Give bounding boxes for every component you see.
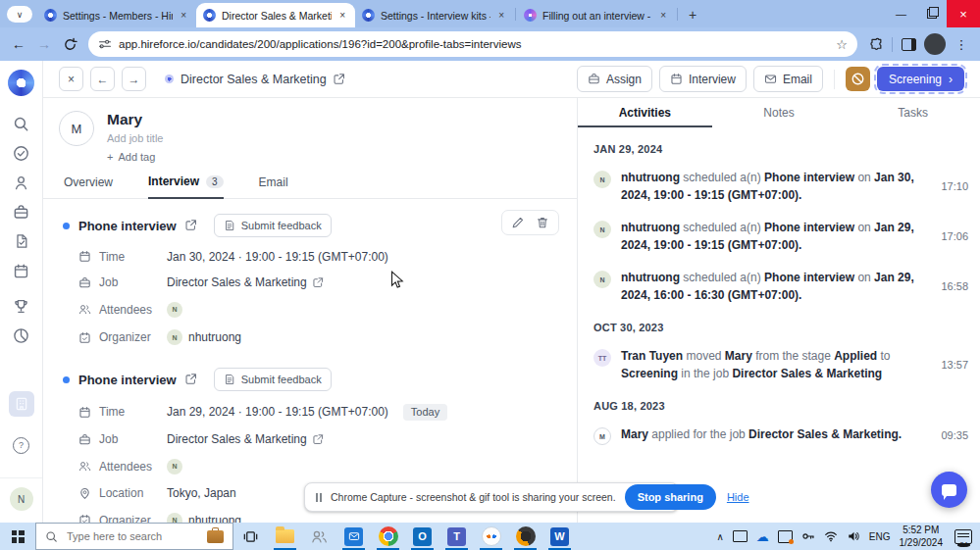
browser-menu-icon[interactable]: ⋮ — [949, 31, 974, 57]
word-icon[interactable]: W — [542, 523, 577, 550]
browser-tab-2-active[interactable]: Director Sales & Marketing - Hi × — [196, 3, 355, 27]
file-explorer-icon[interactable] — [268, 523, 302, 550]
snip-sketch-icon[interactable] — [474, 523, 508, 550]
display-icon[interactable] — [733, 530, 748, 542]
new-tab-button[interactable]: + — [689, 7, 696, 23]
chrome-capture-icon[interactable] — [508, 523, 542, 550]
browser-tab-strip: ∨ Settings - Members - HireForce × Direc… — [0, 0, 980, 27]
interview-count-badge: 3 — [206, 175, 224, 188]
text-segment: on — [854, 171, 874, 184]
screenshot-tool-icon[interactable] — [778, 530, 793, 543]
vpn-key-icon[interactable] — [801, 529, 815, 543]
trophy-icon[interactable] — [7, 291, 36, 321]
address-bar[interactable]: app.hireforce.io/candidates/200/applicat… — [88, 31, 857, 57]
tab-interview[interactable]: Interview 3 — [148, 175, 224, 199]
next-candidate-button[interactable]: → — [122, 67, 146, 91]
bookmark-star-icon[interactable]: ☆ — [836, 37, 848, 52]
outlook-icon[interactable]: O — [405, 523, 439, 550]
browser-tab-3[interactable]: Settings - Interview kits - HireF × — [355, 3, 514, 27]
tab-close-icon[interactable]: × — [178, 9, 189, 22]
taskbar-clock[interactable]: 5:52 PM 1/29/2024 — [900, 524, 944, 549]
language-indicator[interactable]: ENG — [869, 531, 891, 542]
people-icon[interactable] — [302, 523, 336, 550]
search-icon[interactable] — [7, 109, 36, 138]
chat-widget-button[interactable] — [931, 472, 967, 508]
add-job-title[interactable]: Add job title — [107, 132, 163, 144]
browser-tab-4[interactable]: Filling out an interview - Help C × — [517, 3, 676, 27]
submit-feedback-button[interactable]: Submit feedback — [214, 368, 332, 391]
job-link[interactable]: Director Sales & Marketing — [167, 432, 307, 446]
volume-icon[interactable] — [847, 529, 860, 543]
submit-feedback-button[interactable]: Submit feedback — [214, 214, 332, 237]
documents-icon[interactable] — [7, 226, 36, 256]
breadcrumb: Director Sales & Marketing — [165, 73, 345, 86]
edit-icon[interactable] — [511, 216, 525, 229]
start-button[interactable] — [0, 523, 35, 550]
notification-center-icon[interactable]: 24 — [954, 529, 972, 544]
external-link-icon[interactable] — [313, 434, 324, 445]
wifi-icon[interactable] — [824, 529, 838, 543]
delete-icon[interactable] — [536, 216, 549, 229]
external-link-icon[interactable] — [334, 74, 345, 85]
add-tag-button[interactable]: + Add tag — [107, 151, 163, 163]
task-view-button[interactable] — [233, 523, 268, 550]
browser-tab-1[interactable]: Settings - Members - HireForce × — [37, 3, 196, 27]
browser-forward-button[interactable]: → — [31, 31, 57, 57]
submit-feedback-label: Submit feedback — [241, 374, 322, 385]
prev-candidate-button[interactable]: ← — [90, 67, 115, 91]
tasks-check-icon[interactable] — [7, 138, 36, 168]
tab-email[interactable]: Email — [259, 175, 288, 198]
external-link-icon[interactable] — [185, 374, 197, 385]
hireforce-logo[interactable] — [8, 70, 34, 96]
email-button[interactable]: Email — [753, 66, 823, 92]
site-info-icon[interactable] — [98, 37, 112, 51]
interview-button[interactable]: Interview — [659, 66, 747, 92]
window-minimize-button[interactable]: — — [886, 0, 916, 27]
window-close-button[interactable]: × — [947, 0, 980, 27]
tab-activities[interactable]: Activities — [578, 98, 712, 127]
browser-reload-button[interactable] — [57, 31, 82, 57]
side-panel-icon[interactable] — [896, 31, 921, 57]
tab-notes[interactable]: Notes — [712, 98, 847, 127]
organizer-name: nhutruong — [188, 330, 241, 344]
help-icon[interactable]: ? — [7, 430, 36, 460]
assign-button[interactable]: Assign — [577, 66, 652, 92]
company-building-icon[interactable] — [9, 391, 34, 417]
search-input[interactable] — [65, 529, 200, 543]
taskbar-search[interactable] — [35, 523, 233, 550]
windows-logo-icon — [12, 530, 25, 543]
job-title[interactable]: Director Sales & Marketing — [181, 73, 327, 86]
browser-profile-avatar[interactable] — [924, 33, 946, 55]
tab-close-icon[interactable]: × — [495, 9, 507, 22]
jobs-briefcase-icon[interactable] — [7, 197, 36, 226]
hide-link[interactable]: Hide — [727, 491, 749, 503]
tab-search-button[interactable]: ∨ — [7, 6, 32, 23]
browser-back-button[interactable]: ← — [6, 31, 31, 57]
chrome-icon[interactable] — [371, 523, 405, 550]
reports-pie-icon[interactable] — [7, 321, 36, 350]
stage-label: Screening — [889, 73, 942, 86]
window-restore-button[interactable] — [916, 0, 947, 27]
close-panel-button[interactable]: × — [59, 67, 83, 91]
calendar-icon[interactable] — [7, 256, 36, 285]
job-link[interactable]: Director Sales & Marketing — [167, 275, 307, 289]
teams-icon[interactable]: T — [439, 523, 474, 550]
external-link-icon[interactable] — [185, 220, 197, 231]
interview-title: Phone interview — [78, 373, 177, 387]
tab-close-icon[interactable]: × — [336, 9, 348, 22]
user-avatar[interactable]: N — [10, 487, 33, 511]
url-text[interactable]: app.hireforce.io/candidates/200/applicat… — [119, 38, 829, 50]
onedrive-icon[interactable]: ☁ — [756, 530, 769, 543]
plus-icon: + — [107, 151, 113, 163]
candidates-icon[interactable] — [7, 168, 36, 197]
tab-overview[interactable]: Overview — [64, 175, 113, 198]
tab-close-icon[interactable]: × — [657, 9, 669, 22]
stop-sharing-button[interactable]: Stop sharing — [625, 484, 716, 510]
tab-tasks[interactable]: Tasks — [846, 98, 980, 127]
tray-expand-icon[interactable]: ∧ — [717, 531, 724, 542]
mail-app-icon[interactable] — [336, 523, 371, 550]
external-link-icon[interactable] — [313, 277, 324, 288]
disqualify-button[interactable] — [846, 67, 870, 91]
extensions-icon[interactable] — [863, 31, 889, 57]
stage-selector-button[interactable]: Screening › — [877, 67, 964, 91]
